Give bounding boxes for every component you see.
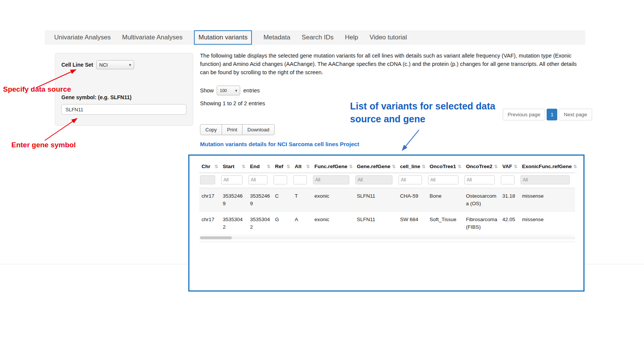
column-header-cell-line[interactable]: cell_line⇅ bbox=[398, 160, 427, 173]
sort-icon[interactable]: ⇅ bbox=[494, 164, 498, 169]
gene-symbol-input[interactable] bbox=[61, 104, 186, 115]
table-cell: 35352469 bbox=[248, 188, 273, 212]
variants-table: Chr⇅Start⇅End⇅Ref⇅Alt⇅Func.refGene⇅Gene.… bbox=[199, 160, 575, 235]
cell-line-set-select[interactable]: NCI ▾ bbox=[96, 60, 134, 69]
export-button-group: Copy Print Download bbox=[200, 124, 275, 135]
column-filter-oncotree1[interactable] bbox=[428, 175, 458, 184]
table-cell: exonic bbox=[312, 188, 355, 212]
table-header-row: Chr⇅Start⇅End⇅Ref⇅Alt⇅Func.refGene⇅Gene.… bbox=[199, 160, 575, 173]
annotation-list-of-variants: List of variants for selected data sourc… bbox=[350, 100, 495, 126]
table-cell: 42.05 bbox=[500, 212, 520, 235]
column-filter-func-refgene[interactable] bbox=[313, 175, 349, 184]
table-cell: missense bbox=[520, 212, 575, 235]
sort-icon[interactable]: ⇅ bbox=[306, 164, 310, 169]
table-cell: Fibrosarcoma (FIBS) bbox=[464, 212, 500, 235]
filter-cell bbox=[220, 173, 248, 188]
annotation-specify-data-source: Specify data source bbox=[3, 85, 71, 94]
chevron-down-icon: ▾ bbox=[129, 62, 131, 67]
arrow-list-of-variants bbox=[402, 130, 419, 150]
print-button[interactable]: Print bbox=[222, 124, 242, 135]
table-caption: Mutation variants details for NCI Sarcom… bbox=[200, 141, 359, 147]
column-filter-end[interactable] bbox=[249, 175, 267, 184]
sort-icon[interactable]: ⇅ bbox=[573, 164, 577, 169]
filter-cell bbox=[292, 173, 312, 188]
sort-icon[interactable]: ⇅ bbox=[514, 164, 517, 169]
column-filter-alt[interactable] bbox=[293, 175, 307, 184]
tab-metadata[interactable]: Metadata bbox=[263, 34, 290, 41]
filter-cell bbox=[520, 173, 575, 188]
table-cell: 35353042 bbox=[220, 212, 248, 235]
tab-help[interactable]: Help bbox=[345, 34, 358, 41]
column-header-alt[interactable]: Alt⇅ bbox=[292, 160, 312, 173]
column-header-start[interactable]: Start⇅ bbox=[220, 160, 248, 173]
column-header-chr[interactable]: Chr⇅ bbox=[199, 160, 220, 173]
current-page-button[interactable]: 1 bbox=[547, 109, 557, 120]
sort-icon[interactable]: ⇅ bbox=[458, 164, 461, 169]
column-filter-vaf[interactable] bbox=[501, 175, 514, 184]
column-label: Ref bbox=[275, 164, 283, 169]
filter-cell bbox=[248, 173, 273, 188]
table-cell: 35352469 bbox=[220, 188, 248, 212]
table-cell: A bbox=[292, 212, 312, 235]
entries-label: entries bbox=[243, 87, 260, 94]
column-filter-chr[interactable] bbox=[200, 175, 215, 184]
column-label: Alt bbox=[295, 164, 302, 169]
column-filter-start[interactable] bbox=[221, 175, 242, 184]
horizontal-scrollbar[interactable] bbox=[199, 236, 575, 239]
column-filter-cell-line[interactable] bbox=[399, 175, 422, 184]
column-label: Start bbox=[223, 164, 234, 169]
copy-button[interactable]: Copy bbox=[200, 124, 222, 135]
column-label: End bbox=[250, 164, 260, 169]
filter-cell bbox=[273, 173, 292, 188]
table-cell: CHA-59 bbox=[398, 188, 427, 212]
sort-icon[interactable]: ⇅ bbox=[286, 164, 290, 169]
sort-icon[interactable]: ⇅ bbox=[242, 164, 245, 169]
column-filter-gene-refgene[interactable] bbox=[355, 175, 392, 184]
column-filter-oncotree2[interactable] bbox=[464, 175, 495, 184]
sort-icon[interactable]: ⇅ bbox=[214, 164, 218, 169]
input-panel: Cell Line Set NCI ▾ Gene symbol: (e.g. S… bbox=[55, 53, 193, 126]
main-nav: Univariate Analyses Multivariate Analyse… bbox=[45, 30, 585, 45]
column-header-gene-refgene[interactable]: Gene.refGene⇅ bbox=[355, 160, 398, 173]
column-filter-exonicfunc-refgene[interactable] bbox=[521, 175, 570, 184]
tab-multivariate-analyses[interactable]: Multivariate Analyses bbox=[122, 34, 183, 41]
tab-video-tutorial[interactable]: Video tutorial bbox=[369, 34, 407, 41]
column-label: Chr bbox=[202, 164, 210, 169]
table-cell: missense bbox=[520, 188, 575, 212]
previous-page-button[interactable]: Previous page bbox=[503, 109, 545, 120]
entries-select[interactable]: 100 ▾ bbox=[217, 86, 240, 95]
column-header-vaf[interactable]: VAF⇅ bbox=[500, 160, 520, 173]
column-header-func-refgene[interactable]: Func.refGene⇅ bbox=[312, 160, 355, 173]
column-header-exonicfunc-refgene[interactable]: ExonicFunc.refGene⇅ bbox=[520, 160, 575, 173]
sort-icon[interactable]: ⇅ bbox=[392, 164, 396, 169]
tab-mutation-variants[interactable]: Mutation variants bbox=[194, 30, 252, 45]
show-entries-control: Show 100 ▾ entries bbox=[200, 86, 260, 95]
cell-line-set-label: Cell Line Set bbox=[61, 62, 93, 68]
next-page-button[interactable]: Next page bbox=[559, 109, 592, 120]
column-header-oncotree2[interactable]: OncoTree2⇅ bbox=[464, 160, 500, 173]
column-header-oncotree1[interactable]: OncoTree1⇅ bbox=[427, 160, 464, 173]
sort-icon[interactable]: ⇅ bbox=[267, 164, 270, 169]
table-cell: SLFN11 bbox=[355, 188, 398, 212]
tab-search-ids[interactable]: Search IDs bbox=[302, 34, 333, 41]
filter-cell bbox=[398, 173, 427, 188]
column-header-end[interactable]: End⇅ bbox=[248, 160, 273, 173]
filter-cell bbox=[427, 173, 464, 188]
sort-icon[interactable]: ⇅ bbox=[422, 164, 425, 169]
column-label: cell_line bbox=[400, 164, 420, 169]
table-cell: chr17 bbox=[199, 212, 220, 235]
column-filter-ref[interactable] bbox=[274, 175, 287, 184]
table-cell: SLFN11 bbox=[355, 212, 398, 235]
entries-value: 100 bbox=[220, 88, 227, 93]
column-header-ref[interactable]: Ref⇅ bbox=[273, 160, 292, 173]
sort-icon[interactable]: ⇅ bbox=[349, 164, 353, 169]
scrollbar-thumb[interactable] bbox=[200, 236, 232, 239]
download-button[interactable]: Download bbox=[242, 124, 275, 135]
table-row[interactable]: chr173535246935352469CTexonicSLFN11CHA-5… bbox=[199, 188, 575, 212]
table-bottom-divider bbox=[199, 242, 575, 242]
cell-line-set-value: NCI bbox=[99, 62, 108, 68]
table-cell: G bbox=[273, 212, 292, 235]
filter-cell bbox=[500, 173, 520, 188]
tab-univariate-analyses[interactable]: Univariate Analyses bbox=[54, 34, 111, 41]
table-row[interactable]: chr173535304235353042GAexonicSLFN11SW 68… bbox=[199, 212, 575, 235]
